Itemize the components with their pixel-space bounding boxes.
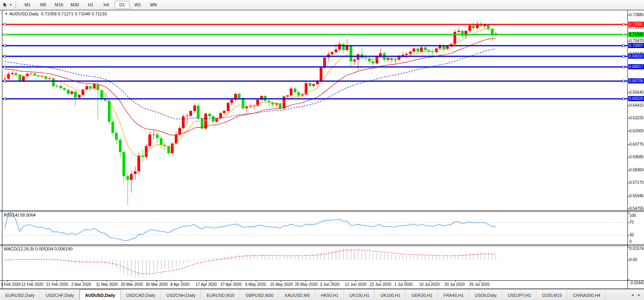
price-chart-canvas[interactable] bbox=[0, 9, 644, 289]
tf-button-h1[interactable]: H1 bbox=[83, 1, 98, 9]
tf-button-m1[interactable]: M1 bbox=[20, 1, 35, 9]
mt4-terminal: ▼ M1M5M15M30H1H4D1W1MN ▼AUDUSD,Daily 0.7… bbox=[0, 0, 644, 300]
date-label-6-may-2020: 6 May 2020 bbox=[245, 282, 266, 287]
tf-button-w1[interactable]: W1 bbox=[130, 1, 145, 9]
date-label-11-mar-2020: 11 Mar 2020 bbox=[96, 282, 118, 287]
price-line-badge-0.68017: 0.68017 bbox=[628, 64, 644, 69]
price-tick-0.54755: 0.54755 bbox=[629, 206, 644, 211]
price-tick-0.72885: 0.72885 bbox=[629, 13, 644, 17]
tf-button-m30[interactable]: M30 bbox=[67, 1, 82, 9]
price-tick-0.63225: 0.63225 bbox=[629, 116, 644, 120]
cursor-dropdown-caret-icon[interactable]: ▼ bbox=[9, 3, 12, 7]
date-label-15-may-2020: 15 May 2020 bbox=[270, 282, 293, 287]
chart-tab-uk100-h1[interactable]: UK100,H1 bbox=[344, 290, 375, 300]
chart-tab-fra40-h1[interactable]: FRA40,H1 bbox=[438, 290, 469, 300]
price-line-badge-0.72001: 0.72001 bbox=[628, 22, 644, 27]
timeframe-toolbar: ▼ M1M5M15M30H1H4D1W1MN bbox=[0, 0, 644, 10]
rsi-tick-30: 30 bbox=[629, 233, 644, 237]
date-label-27-apr-2020: 27 Apr 2020 bbox=[220, 282, 242, 287]
chart-tab-hk50-h1[interactable]: HK50,H1 bbox=[315, 290, 344, 300]
chart-collapse-icon: ▼ bbox=[5, 12, 8, 16]
macd-tick-0.00: 0.00 bbox=[629, 257, 644, 262]
date-label-29-jul-2020: 29 Jul 2020 bbox=[469, 282, 490, 287]
date-label-1-jul-2020: 1 Jul 2020 bbox=[394, 282, 413, 287]
date-label-20-jul-2020: 20 Jul 2020 bbox=[444, 282, 465, 287]
timeframe-buttons: M1M5M15M30H1H4D1W1MN bbox=[20, 1, 161, 9]
chart-tab-usoil-daily[interactable]: USOil,Daily bbox=[469, 290, 502, 300]
price-tick-0.57170: 0.57170 bbox=[629, 180, 644, 185]
chart-tab-bar: EURUSD,DailyUSDCHF,DailyAUDUSD,DailyUSDC… bbox=[0, 289, 644, 300]
chart-ohlc-values: 0.71058 0.71271 0.71049 0.71133 bbox=[41, 11, 107, 16]
date-label-3-feb-2020: 3 Feb 2020 bbox=[1, 282, 21, 287]
chart-tab-ger30-h1[interactable]: GER30,H1 bbox=[406, 290, 438, 300]
chart-tab-dj30-m15[interactable]: DJ30,M15 bbox=[537, 290, 567, 300]
date-label-20-mar-2020: 20 Mar 2020 bbox=[121, 282, 143, 287]
date-label-17-apr-2020: 17 Apr 2020 bbox=[196, 282, 217, 287]
rsi-tick-100: 100 bbox=[629, 213, 644, 218]
price-tick-0.70470: 0.70470 bbox=[629, 39, 644, 43]
tf-button-mn[interactable]: MN bbox=[146, 1, 161, 9]
date-label-2-mar-2020: 2 Mar 2020 bbox=[71, 282, 91, 287]
price-tick-0.60775: 0.60775 bbox=[629, 142, 644, 146]
tab-scroll-right-icon[interactable]: ► bbox=[637, 293, 641, 297]
chart-tab-xauusd-m5[interactable]: XAUUSD,M5 bbox=[279, 290, 315, 300]
tab-scroll-controls: ◄ ► bbox=[627, 289, 644, 300]
chart-tab-eurusd-m15[interactable]: EURUSD,M15 bbox=[201, 290, 240, 300]
chart-tab-gbpusd-m30[interactable]: GBPUSD,M30 bbox=[240, 290, 279, 300]
macd-tick-0.015741: 0.015741 bbox=[629, 246, 644, 251]
date-label-21-feb-2020: 21 Feb 2020 bbox=[46, 282, 68, 287]
chart-tab-usdchf-daily[interactable]: USDCHF,Daily bbox=[40, 290, 80, 300]
chart-symbol-label: AUDUSD,Daily bbox=[9, 11, 39, 16]
chart-tab-usdjpy-h1[interactable]: USDJPY,H1 bbox=[502, 290, 537, 300]
price-tick-0.59585: 0.59585 bbox=[629, 155, 644, 159]
tf-button-h4[interactable]: H4 bbox=[99, 1, 114, 9]
macd-tick--0.02441: -0.02441 bbox=[629, 281, 644, 285]
date-label-10-jul-2020: 10 Jul 2020 bbox=[419, 282, 440, 287]
price-tick-0.65640: 0.65640 bbox=[629, 90, 644, 94]
rsi-tick-70: 70 bbox=[629, 220, 644, 224]
cursor-tool-icon[interactable] bbox=[1, 1, 9, 9]
price-line-badge-0.69010: 0.69010 bbox=[628, 54, 644, 59]
date-label-12-feb-2020: 12 Feb 2020 bbox=[21, 282, 43, 287]
price-tick-0.58360: 0.58360 bbox=[629, 168, 644, 172]
date-label-22-jun-2020: 22 Jun 2020 bbox=[370, 282, 391, 287]
rsi-indicator-label: RSI(14) 59.5064 bbox=[4, 213, 36, 217]
date-label-8-apr-2020: 8 Apr 2020 bbox=[170, 282, 189, 287]
tab-scroll-left-icon[interactable]: ◄ bbox=[631, 293, 634, 297]
chart-tab-usdcnh-daily[interactable]: USDCNH,Daily bbox=[161, 290, 201, 300]
date-label-30-mar-2020: 30 Mar 2020 bbox=[146, 282, 168, 287]
date-label-3-jun-2020: 3 Jun 2020 bbox=[320, 282, 340, 287]
tf-button-d1[interactable]: D1 bbox=[115, 1, 130, 9]
price-line-badge-0.65020: 0.65020 bbox=[628, 96, 644, 101]
price-tick-0.55945: 0.55945 bbox=[629, 194, 644, 198]
price-line-badge-0.66706: 0.66706 bbox=[628, 78, 644, 83]
chart-title: ▼AUDUSD,Daily 0.71058 0.71271 0.71049 0.… bbox=[5, 11, 107, 16]
chart-tab-usdcad-daily[interactable]: USDCAD,Daily bbox=[121, 290, 161, 300]
price-tick-0.64415: 0.64415 bbox=[629, 103, 644, 107]
chart-tabs: EURUSD,DailyUSDCHF,DailyAUDUSD,DailyUSDC… bbox=[0, 289, 606, 300]
tf-button-m15[interactable]: M15 bbox=[52, 1, 67, 9]
price-line-badge-0.70007: 0.70007 bbox=[628, 43, 644, 48]
chart-tab-audusd-daily[interactable]: AUDUSD,Daily bbox=[80, 289, 120, 300]
chart-tab-china300-h4[interactable]: CHINA300,H4 bbox=[567, 290, 606, 300]
chart-tab-eurusd-daily[interactable]: EURUSD,Daily bbox=[0, 290, 40, 300]
date-label-25-may-2020: 25 May 2020 bbox=[295, 282, 318, 287]
price-line-badge-0.71046: 0.71046 bbox=[628, 32, 644, 37]
rsi-tick-0: 0 bbox=[629, 239, 644, 244]
tf-button-m5[interactable]: M5 bbox=[36, 1, 51, 9]
macd-indicator-label: MACD(12,26,9) 0.005334 0.006190 bbox=[4, 246, 72, 251]
toolbar-grip bbox=[15, 1, 18, 8]
date-label-12-jun-2020: 12 Jun 2020 bbox=[345, 282, 366, 287]
chart-tab-uk100-h1[interactable]: UK100,H1 bbox=[375, 290, 406, 300]
price-tick-0.62000: 0.62000 bbox=[629, 129, 644, 133]
